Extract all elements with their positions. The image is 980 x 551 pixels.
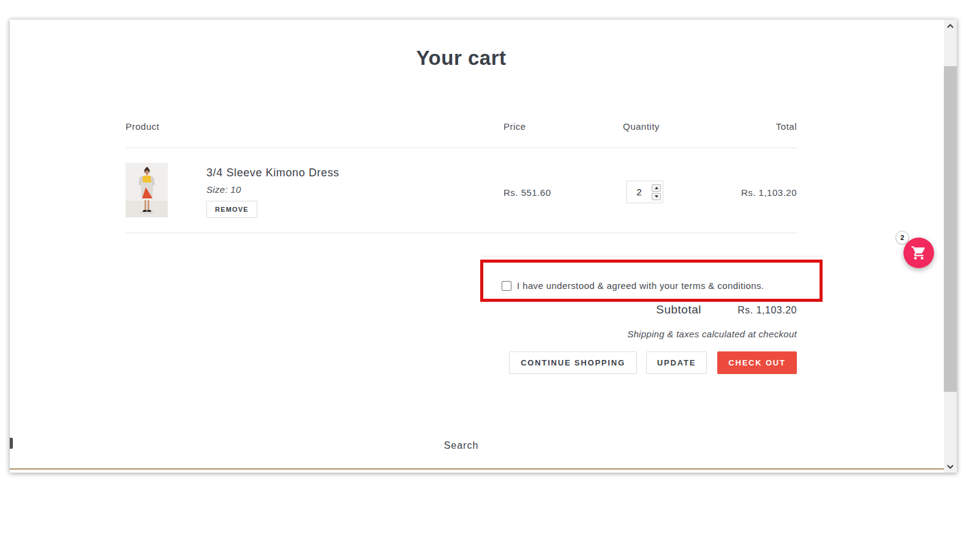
remove-button[interactable]: REMOVE: [206, 201, 257, 218]
quantity-increment-button[interactable]: [652, 184, 661, 192]
left-edge-widget: [10, 438, 13, 449]
column-header-quantity: Quantity: [623, 121, 660, 132]
item-price: Rs. 551.60: [503, 187, 551, 198]
page-title: Your cart: [126, 47, 797, 70]
scroll-down-button[interactable]: [944, 460, 957, 473]
column-header-price: Price: [503, 121, 526, 132]
browser-page: [10, 20, 957, 473]
terms-checkbox[interactable]: [502, 281, 511, 291]
quantity-value[interactable]: 2: [627, 187, 652, 197]
spinner-buttons: [652, 184, 661, 200]
continue-shopping-button[interactable]: CONTINUE SHOPPING: [509, 351, 637, 374]
floating-cart-button[interactable]: [903, 238, 934, 268]
cart-count-badge: 2: [895, 231, 909, 244]
item-line-total: Rs. 1,103.20: [705, 187, 797, 198]
shipping-note: Shipping & taxes calculated at checkout: [552, 329, 797, 339]
footer-top-divider: [480, 256, 824, 257]
up-arrow-icon: [655, 187, 658, 189]
product-thumbnail[interactable]: [126, 163, 168, 217]
down-arrow-icon: [655, 195, 658, 198]
quantity-stepper[interactable]: 2: [626, 181, 663, 203]
shopping-cart-icon: [911, 245, 927, 261]
row-divider: [126, 233, 797, 233]
product-name-link[interactable]: 3/4 Sleeve Kimono Dress: [206, 167, 339, 179]
terms-label[interactable]: I have understood & agreed with your ter…: [517, 280, 764, 291]
column-header-total: Total: [705, 121, 797, 132]
checkout-button[interactable]: CHECK OUT: [717, 351, 797, 374]
kimono-dress-image: [126, 163, 168, 217]
footer-accent-line: [10, 468, 944, 470]
chevron-down-icon: [947, 465, 954, 469]
header-divider: [126, 148, 797, 148]
screenshot-canvas: Your cart Product Price Quantity Total 3…: [0, 0, 980, 551]
column-header-product: Product: [126, 121, 159, 132]
quantity-decrement-button[interactable]: [652, 193, 661, 200]
subtotal-value: Rs. 1,103.20: [674, 305, 797, 316]
scrollbar-thumb[interactable]: [944, 66, 957, 392]
search-link[interactable]: Search: [126, 440, 797, 451]
scroll-up-button[interactable]: [944, 20, 957, 32]
product-variant: Size: 10: [206, 184, 241, 195]
chevron-up-icon: [947, 24, 954, 28]
update-button[interactable]: UPDATE: [646, 351, 707, 374]
scrollbar-track[interactable]: [944, 20, 957, 473]
